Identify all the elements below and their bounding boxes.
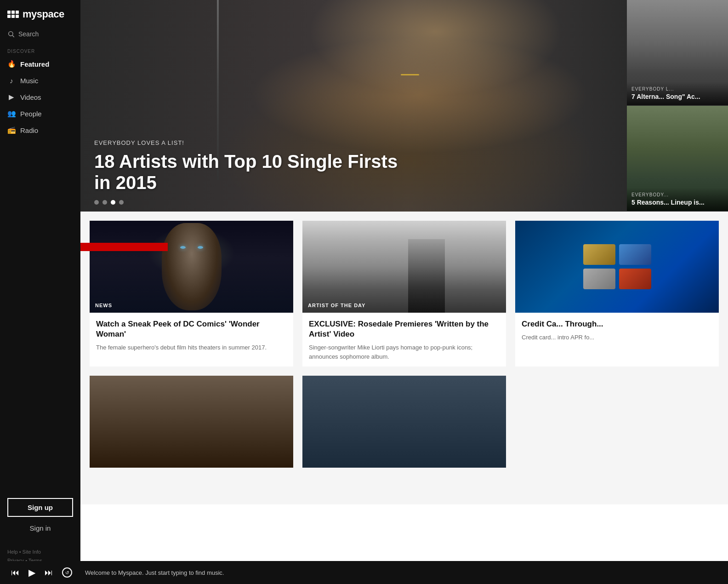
sidebar-item-music-label: Music <box>20 77 38 85</box>
hero-thumb-1-title: 7 Alterna... Song" Ac... <box>631 92 723 101</box>
hero-thumb-1[interactable]: EVERYBODY L... 7 Alterna... Song" Ac... <box>627 0 728 106</box>
hero-thumb-2[interactable]: EVERYBODY... 5 Reasons... Lineup is... <box>627 106 728 212</box>
fire-icon: 🔥 <box>7 60 16 68</box>
card-wonder-woman[interactable]: NEWS Watch a Sneak Peek of DC Comics' 'W… <box>90 221 293 366</box>
sidebar-item-videos-label: Videos <box>20 93 41 101</box>
rosedale-bg <box>302 221 506 313</box>
credit-bg <box>515 221 719 313</box>
hero-overlay: EVERYBODY LOVES A LIST! 18 Artists with … <box>94 139 627 193</box>
hero-tag: EVERYBODY LOVES A LIST! <box>94 139 627 146</box>
card-rosedale[interactable]: ARTIST OF THE DAY EXCLUSIVE: Rosedale Pr… <box>302 221 506 366</box>
hero-title: 18 Artists with Top 10 Single Firsts in … <box>94 151 416 193</box>
sidebar-item-people[interactable]: 👥 People <box>0 105 80 122</box>
cc-row-2 <box>583 269 651 289</box>
logo[interactable]: myspace <box>0 0 80 27</box>
hero-thumb-2-title: 5 Reasons... Lineup is... <box>631 198 723 206</box>
card-wonder-woman-title: Watch a Sneak Peek of DC Comics' 'Wonder… <box>96 319 287 339</box>
jewelry-detail <box>401 74 419 75</box>
card-rosedale-body: EXCLUSIVE: Rosedale Premieres 'Written b… <box>302 313 506 366</box>
ww-eye-left <box>180 246 186 249</box>
card-credit-title: Credit Ca... Through... <box>522 319 712 329</box>
sidebar-item-music[interactable]: ♪ Music <box>0 72 80 89</box>
ww-eye-right <box>198 246 203 249</box>
sidebar-item-featured[interactable]: 🔥 Featured <box>0 56 80 72</box>
cc-blue <box>619 244 651 265</box>
sidebar-item-videos[interactable]: ▶ Videos <box>0 89 80 105</box>
search-label: Search <box>18 30 39 38</box>
card-rosedale-title: EXCLUSIVE: Rosedale Premieres 'Written b… <box>309 319 500 339</box>
main-content: EVERYBODY LOVES A LIST! 18 Artists with … <box>80 0 728 584</box>
hero-thumbnails: EVERYBODY L... 7 Alterna... Song" Ac... … <box>627 0 728 212</box>
player-status: Welcome to Myspace. Just start typing to… <box>85 569 224 576</box>
auth-buttons: Sign up Sign in <box>0 491 80 542</box>
hero-main[interactable]: EVERYBODY LOVES A LIST! 18 Artists with … <box>80 0 627 212</box>
discover-section-label: DISCOVER <box>0 45 80 56</box>
signup-button[interactable]: Sign up <box>7 498 73 517</box>
card-credit-image <box>515 221 719 313</box>
bottom-card-1-image <box>90 376 293 468</box>
bottom-card-1[interactable] <box>90 376 293 468</box>
card-wonder-woman-image: NEWS <box>90 221 293 313</box>
bottom-card-2-image <box>302 376 506 468</box>
music-icon: ♪ <box>7 76 16 85</box>
hero-thumb-2-overlay: EVERYBODY... 5 Reasons... Lineup is... <box>627 188 728 211</box>
svg-point-0 <box>9 32 13 36</box>
cc-row-1 <box>583 244 651 265</box>
sidebar-item-people-label: People <box>20 110 42 118</box>
card-credit[interactable]: Credit Ca... Through... Credit card... i… <box>515 221 719 366</box>
signin-button[interactable]: Sign in <box>7 521 73 535</box>
card-rosedale-desc: Singer-songwriter Mike Liorti pays homag… <box>309 343 500 361</box>
content-grid: NEWS Watch a Sneak Peek of DC Comics' 'W… <box>90 221 719 366</box>
hero-thumb-2-tag: EVERYBODY... <box>631 192 723 197</box>
svg-line-1 <box>12 35 14 37</box>
card-credit-desc: Credit card... intro APR fo... <box>522 333 712 342</box>
wonder-woman-figure <box>90 221 293 313</box>
logo-text: myspace <box>23 8 64 20</box>
people-icon: 👥 <box>7 109 16 118</box>
hero-thumb-1-overlay: EVERYBODY L... 7 Alterna... Song" Ac... <box>627 82 728 105</box>
rewind-button[interactable]: ⏮ <box>9 566 21 579</box>
ww-face <box>162 223 222 310</box>
dot-2[interactable] <box>102 200 107 205</box>
sidebar-item-featured-label: Featured <box>20 60 49 68</box>
fast-forward-button[interactable]: ⏭ <box>43 566 55 579</box>
cc-mc <box>619 269 651 289</box>
player-controls: ⏮ ▶ ⏭ <box>9 565 55 580</box>
bottom-cards <box>80 376 728 504</box>
sidebar-item-radio-label: Radio <box>20 126 38 134</box>
bottom-card-2[interactable] <box>302 376 506 468</box>
search-button[interactable]: Search <box>0 27 80 45</box>
search-icon <box>7 30 15 38</box>
repeat-icon[interactable]: ↺ <box>62 567 72 578</box>
card-wonder-woman-body: Watch a Sneak Peek of DC Comics' 'Wonder… <box>90 313 293 358</box>
video-icon: ▶ <box>7 93 16 101</box>
card-rosedale-label: ARTIST OF THE DAY <box>308 303 365 308</box>
dot-4[interactable] <box>119 200 124 205</box>
card-wonder-woman-desc: The female superhero's debut film hits t… <box>96 343 287 352</box>
radio-icon: 📻 <box>7 126 16 134</box>
footer-link-siteinfo[interactable]: Site Info <box>23 549 41 555</box>
card-credit-body: Credit Ca... Through... Credit card... i… <box>515 313 719 348</box>
dot-3[interactable] <box>111 200 115 205</box>
bottom-card-3-placeholder <box>515 376 719 468</box>
card-wonder-woman-label: NEWS <box>95 303 112 308</box>
hero-pagination <box>94 200 124 205</box>
sidebar: myspace Search DISCOVER 🔥 Featured ♪ Mus… <box>0 0 80 584</box>
sidebar-item-radio[interactable]: 📻 Radio <box>0 122 80 138</box>
dot-1[interactable] <box>94 200 99 205</box>
player-bar: ⏮ ▶ ⏭ ↺ Welcome to Myspace. Just start t… <box>0 561 728 584</box>
card-rosedale-image: ARTIST OF THE DAY <box>302 221 506 313</box>
play-button[interactable]: ▶ <box>27 565 37 580</box>
repeat-symbol: ↺ <box>65 570 69 575</box>
rosedale-figure <box>408 239 445 313</box>
content-section: NEWS Watch a Sneak Peek of DC Comics' 'W… <box>80 212 728 376</box>
cc-gold <box>583 244 615 265</box>
hero-section: EVERYBODY LOVES A LIST! 18 Artists with … <box>80 0 728 212</box>
footer-link-help[interactable]: Help <box>7 549 18 555</box>
hero-thumb-1-tag: EVERYBODY L... <box>631 86 723 92</box>
cc-silver <box>583 269 615 289</box>
credit-cards-container <box>576 235 658 298</box>
logo-grid-icon <box>7 11 19 18</box>
